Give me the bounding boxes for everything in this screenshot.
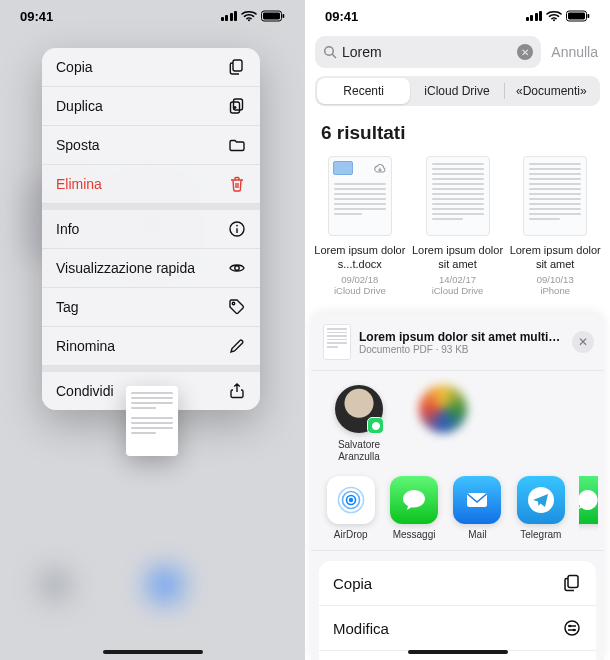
scope-recents[interactable]: Recenti [317,78,410,104]
screenshot-right: 09:41 ✕ Annulla Recenti iCloud Drive [305,0,610,660]
ctx-label: Info [56,221,79,237]
search-cancel-button[interactable]: Annulla [551,44,600,60]
search-input[interactable] [342,44,517,60]
scope-segmented-control: Recenti iCloud Drive «Documenti» [315,76,600,106]
svg-point-19 [348,498,352,502]
status-time: 09:41 [325,9,358,24]
status-time: 09:41 [20,9,53,24]
file-location: iCloud Drive [334,285,386,296]
telegram-icon [517,476,565,524]
scope-documents[interactable]: «Documenti» [505,78,598,104]
file-thumbnail [328,156,392,236]
battery-icon [566,10,590,22]
svg-point-11 [553,19,555,21]
svg-point-24 [569,625,572,628]
svg-rect-14 [588,14,590,18]
file-item[interactable]: Lorem ipsum dolor sit amet 09/10/13iPhon… [506,156,604,297]
action-copy[interactable]: Copia [319,561,596,606]
slider-icon [562,618,582,638]
trash-icon [228,175,246,193]
tag-icon [228,298,246,316]
copy-icon [228,58,246,76]
context-menu: Copia Duplica Sposta Elimina Info Visual… [42,48,260,410]
ctx-label: Copia [56,59,93,75]
share-contact-blurred[interactable] [411,385,475,462]
airdrop-icon [327,476,375,524]
file-item[interactable]: Lorem ipsum dolor sit amet 14/02/17iClou… [409,156,507,297]
app-label: Mail [468,529,486,540]
search-icon [323,45,337,59]
share-app-whatsapp[interactable] [579,476,598,540]
home-indicator[interactable] [408,650,508,654]
screenshot-left: 09:41 Copia Duplica Sposta Elimina [0,0,305,660]
svg-rect-2 [263,13,280,20]
whatsapp-badge-icon [367,417,384,434]
folder-icon [228,136,246,154]
share-app-messages[interactable]: Messaggi [388,476,439,540]
document-preview[interactable] [126,386,178,456]
share-doc-title: Lorem ipsum dolor sit amet multipagina [359,330,564,344]
wifi-icon [546,10,562,22]
share-apps-row: AirDrop Messaggi Mail Telegram [311,472,604,551]
file-date: 14/02/17 [439,274,476,285]
contact-avatar [335,385,383,433]
ctx-label: Rinomina [56,338,115,354]
ctx-delete[interactable]: Elimina [42,165,260,204]
home-indicator[interactable] [103,650,203,654]
ctx-label: Visualizzazione rapida [56,260,195,276]
share-actions: Copia Modifica Stampa [319,561,596,660]
share-sheet-header: Lorem ipsum dolor sit amet multipagina D… [311,314,604,371]
results-grid: Lorem ipsum dolor s...t.docx 09/02/18iCl… [305,156,610,297]
ctx-rename[interactable]: Rinomina [42,327,260,366]
share-contact[interactable]: Salvatore Aranzulla [327,385,391,462]
whatsapp-icon [579,476,598,524]
cloud-download-icon [373,161,387,179]
ctx-label: Sposta [56,137,100,153]
svg-rect-4 [233,60,242,71]
info-icon [228,220,246,238]
share-doc-thumb [323,324,351,360]
ctx-info[interactable]: Info [42,204,260,249]
app-label: Telegram [520,529,561,540]
svg-point-0 [248,19,250,21]
file-item[interactable]: Lorem ipsum dolor s...t.docx 09/02/18iCl… [311,156,409,297]
file-location: iPhone [540,285,570,296]
file-name: Lorem ipsum dolor sit amet [509,244,601,272]
battery-icon [261,10,285,22]
svg-point-10 [232,302,234,304]
app-label: AirDrop [334,529,368,540]
ctx-move[interactable]: Sposta [42,126,260,165]
svg-point-23 [565,621,579,635]
file-thumbnail [523,156,587,236]
ctx-duplicate[interactable]: Duplica [42,87,260,126]
svg-point-9 [235,266,239,270]
close-sheet-button[interactable]: ✕ [572,331,594,353]
action-edit[interactable]: Modifica [319,606,596,651]
share-icon [228,382,246,400]
cellular-icon [526,11,543,21]
file-date: 09/02/18 [341,274,378,285]
ctx-quicklook[interactable]: Visualizzazione rapida [42,249,260,288]
share-app-telegram[interactable]: Telegram [515,476,566,540]
search-field[interactable]: ✕ [315,36,541,68]
share-doc-meta: Documento PDF · 93 KB [359,344,564,355]
action-label: Copia [333,575,372,592]
ctx-label: Duplica [56,98,103,114]
ctx-copy[interactable]: Copia [42,48,260,87]
svg-point-25 [573,629,576,632]
eye-icon [228,259,246,277]
svg-rect-3 [283,14,285,18]
svg-rect-22 [568,576,578,588]
cellular-icon [221,11,238,21]
share-app-mail[interactable]: Mail [452,476,503,540]
app-label: Messaggi [393,529,436,540]
ctx-tag[interactable]: Tag [42,288,260,327]
contact-name: Salvatore Aranzulla [327,439,391,462]
ctx-label: Condividi [56,383,114,399]
share-app-airdrop[interactable]: AirDrop [325,476,376,540]
scope-icloud[interactable]: iCloud Drive [410,78,503,104]
clear-search-button[interactable]: ✕ [517,44,533,60]
duplicate-icon [228,97,246,115]
file-name: Lorem ipsum dolor s...t.docx [314,244,406,272]
wifi-icon [241,10,257,22]
